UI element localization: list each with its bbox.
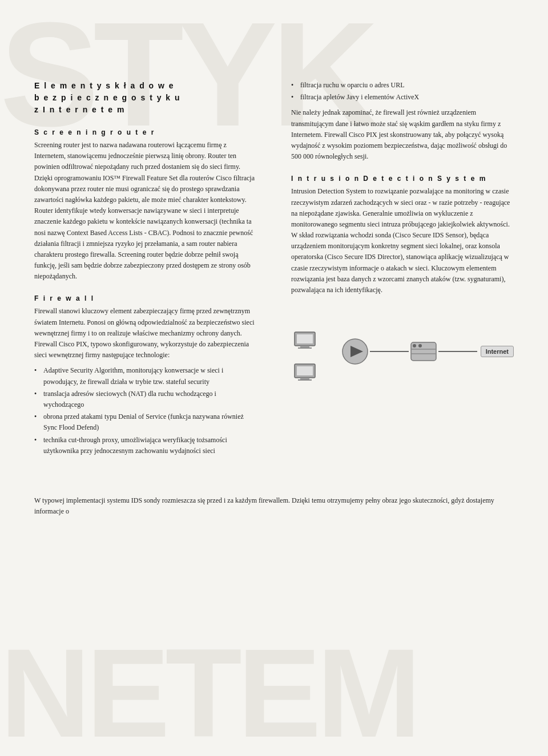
list-item: obrona przed atakami typu Denial of Serv… [34,411,257,433]
bg-text-bottom: NETEM [0,630,548,756]
computer-node-1 [291,328,319,355]
svg-rect-2 [300,346,309,347]
svg-point-14 [418,344,422,347]
right-bullets-top: filtracja ruchu w oparciu o adres URL fi… [291,80,514,103]
svg-rect-7 [298,379,312,381]
svg-rect-6 [300,378,309,379]
bottom-paragraph: W typowej implementacji systemu IDS sond… [34,495,514,517]
ids-title: I n t r u s i o n D e t e c t i o n S y … [291,175,514,183]
bottom-text-area: W typowej implementacji systemu IDS sond… [0,495,548,532]
firewall-bullets: Adaptive Security Algorithm, monitorując… [34,365,257,456]
network-diagram: Internet [291,312,514,403]
firewall-title: F i r e w a l l [34,294,257,302]
ids-body: Intrusion Detection System to rozwiązani… [291,186,514,296]
screening-router-body: Screening router jest to nazwa nadawana … [34,140,257,282]
left-column: E l e m e n t y s k ł a d o w e b e z p … [34,80,263,461]
computer-node-2 [291,359,319,387]
svg-rect-1 [297,334,313,343]
svg-rect-3 [298,347,312,349]
list-item: translacja adresów sieciowych (NAT) dla … [34,389,257,410]
right-column: filtracja ruchu w oparciu o adres URL fi… [285,80,514,461]
list-item: Adaptive Security Algorithm, monitorując… [34,365,257,387]
svg-point-13 [413,344,416,347]
list-item: filtracja apletów Javy i elementów Activ… [291,92,514,103]
svg-rect-5 [297,366,313,375]
content-area: E l e m e n t y s k ł a d o w e b e z p … [0,0,548,495]
internet-badge: Internet [481,346,514,357]
main-title: E l e m e n t y s k ł a d o w e b e z p … [34,80,257,116]
firewall-body: Firewall stanowi kluczowy element zabezp… [34,306,257,361]
list-item: technika cut-through proxy, umożliwiając… [34,435,257,456]
firewall-node [409,337,438,366]
page: STYK NETEM E l e m e n t y s k ł a d o w… [0,0,548,756]
router-node [340,337,370,366]
firewall-middle-body: Nie należy jednak zapominać, że firewall… [291,107,514,162]
list-item: filtracja ruchu w oparciu o adres URL [291,80,514,91]
screening-router-title: S c r e e n i n g r o u t e r [34,128,257,136]
